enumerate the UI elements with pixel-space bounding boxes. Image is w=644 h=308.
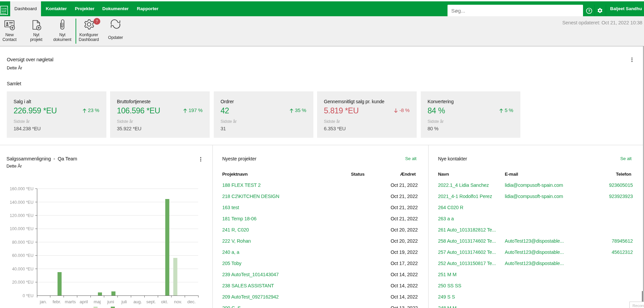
svg-text:40.000 *EU: 40.000 *EU: [12, 267, 34, 271]
svg-text:april: april: [80, 299, 88, 304]
svg-text:120.000 *EU: 120.000 *EU: [10, 213, 34, 218]
svg-text:okt.: okt.: [161, 299, 168, 304]
svg-text:140.000 *EU: 140.000 *EU: [10, 200, 34, 205]
svg-text:dec.: dec.: [187, 299, 196, 304]
svg-text:0 *EU: 0 *EU: [23, 293, 34, 298]
svg-text:?: ?: [588, 9, 590, 13]
svg-text:marts: marts: [65, 299, 76, 304]
svg-text:jan.: jan.: [40, 299, 47, 304]
svg-text:juli: juli: [121, 299, 127, 304]
svg-text:febr.: febr.: [53, 299, 61, 304]
svg-text:160.000 *EU: 160.000 *EU: [10, 186, 34, 191]
svg-text:juni: juni: [107, 299, 114, 304]
svg-text:sept.: sept.: [146, 299, 156, 304]
svg-text:SOP: SOP: [2, 10, 7, 12]
svg-text:80.000 *EU: 80.000 *EU: [12, 240, 34, 245]
svg-text:maj: maj: [94, 299, 101, 304]
svg-text:60.000 *EU: 60.000 *EU: [12, 253, 34, 258]
svg-text:CON: CON: [2, 8, 7, 10]
svg-text:100.000 *EU: 100.000 *EU: [10, 226, 34, 231]
svg-text:nov.: nov.: [174, 299, 182, 304]
svg-text:FTC: FTC: [2, 13, 6, 15]
svg-text:aug.: aug.: [133, 299, 142, 304]
svg-text:20.000 *EU: 20.000 *EU: [12, 280, 34, 285]
